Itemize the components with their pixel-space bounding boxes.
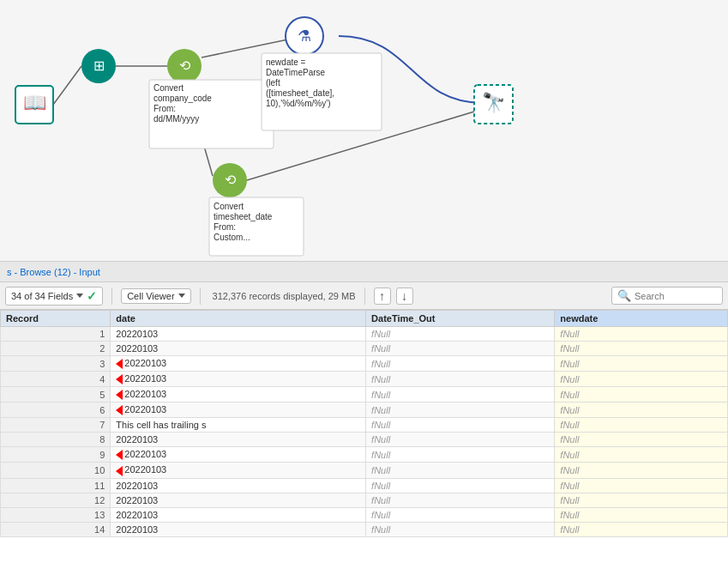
svg-text:company_code: company_code	[153, 94, 212, 103]
table-row: 820220103fNullfNull	[1, 433, 728, 447]
svg-text:⟲: ⟲	[225, 173, 237, 187]
svg-text:From:: From:	[153, 104, 176, 113]
fields-label: 34 of 34 Fields	[11, 291, 73, 301]
svg-text:🔭: 🔭	[482, 91, 506, 114]
cell-newdate: fNull	[555, 507, 728, 522]
cell-date: 20220103	[111, 433, 366, 447]
table-row: 1420220103fNullfNull	[1, 522, 728, 536]
col-newdate: newdate	[555, 311, 728, 327]
cell-newdate: fNull	[555, 493, 728, 507]
cell-date: 20220103	[111, 342, 366, 356]
cell-date: 20220103	[111, 507, 366, 522]
cell-newdate: fNull	[555, 342, 728, 356]
cell-newdate: fNull	[555, 372, 728, 387]
table-row: 1020220103fNullfNull	[1, 463, 728, 478]
table-row: 1320220103fNullfNull	[1, 507, 728, 522]
check-icon: ✓	[87, 289, 97, 303]
table-row: 320220103fNullfNull	[1, 356, 728, 372]
cell-datetime-out: fNull	[366, 447, 555, 463]
cell-datetime-out: fNull	[366, 433, 555, 447]
viewer-selector-button[interactable]: Cell Viewer	[121, 288, 190, 304]
cell-datetime-out: fNull	[366, 493, 555, 507]
cell-date: 20220103	[111, 493, 366, 507]
data-table: Record date DateTime_Out newdate 1202201…	[0, 310, 728, 537]
table-row: 920220103fNullfNull	[1, 447, 728, 463]
svg-text:newdate =: newdate =	[266, 58, 306, 67]
cell-date: 20220103	[111, 478, 366, 493]
col-date: date	[111, 311, 366, 327]
cell-datetime-out: fNull	[366, 327, 555, 342]
cell-datetime-out: fNull	[366, 478, 555, 493]
table-row: 520220103fNullfNull	[1, 387, 728, 403]
svg-line-0	[53, 66, 81, 105]
sort-up-button[interactable]: ↑	[374, 288, 391, 305]
cell-datetime-out: fNull	[366, 463, 555, 478]
trailing-indicator-icon	[116, 450, 123, 460]
cell-datetime-out: fNull	[366, 418, 555, 433]
cell-record: 4	[1, 372, 111, 387]
cell-datetime-out: fNull	[366, 387, 555, 403]
search-icon: 🔍	[617, 289, 631, 302]
cell-record: 11	[1, 478, 111, 493]
svg-text:dd/MM/yyyy: dd/MM/yyyy	[153, 114, 199, 124]
cell-newdate: fNull	[555, 447, 728, 463]
cell-record: 7	[1, 418, 111, 433]
col-record: Record	[1, 311, 111, 327]
cell-date: 20220103	[111, 372, 366, 387]
table-row: 120220103fNullfNull	[1, 327, 728, 342]
trailing-indicator-icon	[116, 390, 123, 400]
breadcrumb-text: s - Browse (12) - Input	[7, 267, 100, 277]
cell-record: 9	[1, 447, 111, 463]
cell-newdate: fNull	[555, 327, 728, 342]
svg-text:timesheet_date: timesheet_date	[214, 212, 273, 221]
cell-newdate: fNull	[555, 418, 728, 433]
col-datetime-out: DateTime_Out	[366, 311, 555, 327]
records-info: 312,376 records displayed, 29 MB	[213, 291, 356, 301]
cell-date: This cell has trailing s	[111, 418, 366, 433]
search-input[interactable]	[635, 291, 720, 301]
sort-down-button[interactable]: ↓	[396, 288, 413, 305]
trailing-indicator-icon	[116, 359, 123, 369]
cell-datetime-out: fNull	[366, 342, 555, 356]
toolbar: 34 of 34 Fields ✓ Cell Viewer 312,376 re…	[0, 282, 728, 310]
fields-selector-button[interactable]: 34 of 34 Fields ✓	[5, 287, 103, 306]
cell-record: 8	[1, 433, 111, 447]
svg-text:([timesheet_date],: ([timesheet_date],	[266, 88, 334, 98]
toolbar-divider-2	[200, 288, 201, 305]
cell-date: 20220103	[111, 522, 366, 536]
cell-date: 20220103	[111, 463, 366, 478]
table-row: 420220103fNullfNull	[1, 372, 728, 387]
cell-record: 14	[1, 522, 111, 536]
cell-record: 3	[1, 356, 111, 372]
workflow-canvas: 📖 ⊞ ⟲ Convert company_code From: dd/MM/y…	[0, 0, 728, 262]
cell-datetime-out: fNull	[366, 507, 555, 522]
cell-newdate: fNull	[555, 356, 728, 372]
cell-datetime-out: fNull	[366, 403, 555, 418]
svg-text:Convert: Convert	[153, 83, 184, 93]
cell-datetime-out: fNull	[366, 356, 555, 372]
cell-newdate: fNull	[555, 433, 728, 447]
svg-text:(left: (left	[266, 78, 280, 88]
cell-record: 2	[1, 342, 111, 356]
table-row: 620220103fNullfNull	[1, 403, 728, 418]
cell-date: 20220103	[111, 327, 366, 342]
svg-text:Custom...: Custom...	[214, 233, 250, 242]
svg-text:From:: From:	[214, 222, 236, 232]
svg-text:DateTimeParse: DateTimeParse	[266, 68, 326, 77]
cell-record: 13	[1, 507, 111, 522]
table-row: 220220103fNullfNull	[1, 342, 728, 356]
table-row: 7This cell has trailing sfNullfNull	[1, 418, 728, 433]
data-table-area[interactable]: Record date DateTime_Out newdate 1202201…	[0, 310, 728, 569]
trailing-indicator-icon	[116, 466, 123, 476]
search-box: 🔍	[611, 287, 723, 305]
cell-datetime-out: fNull	[366, 372, 555, 387]
cell-newdate: fNull	[555, 463, 728, 478]
svg-text:10),'%d/%m/%y'): 10),'%d/%m/%y')	[266, 99, 331, 108]
toolbar-divider-1	[111, 288, 112, 305]
trailing-indicator-icon	[116, 374, 123, 384]
viewer-dropdown-icon	[178, 294, 185, 298]
viewer-label: Cell Viewer	[127, 291, 174, 301]
table-header-row: Record date DateTime_Out newdate	[1, 311, 728, 327]
svg-text:⟲: ⟲	[179, 58, 191, 73]
cell-newdate: fNull	[555, 522, 728, 536]
